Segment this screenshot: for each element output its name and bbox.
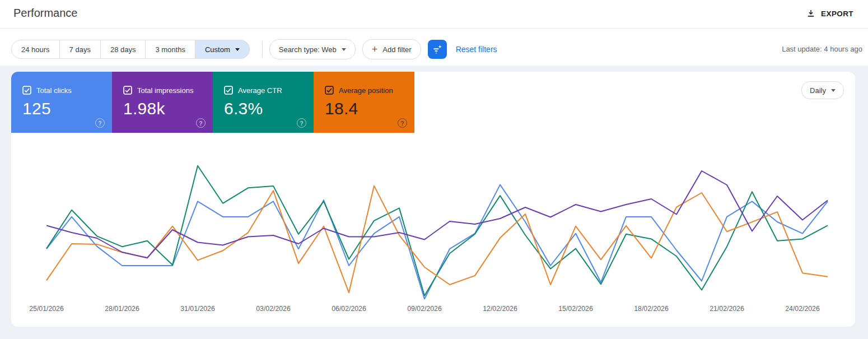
- metric-value: 125: [11, 95, 112, 118]
- toolbar-divider: [262, 41, 263, 58]
- download-icon: [806, 8, 816, 18]
- x-axis-label: 25/01/2026: [29, 305, 64, 313]
- help-icon[interactable]: ?: [95, 118, 105, 128]
- date-range-3-months[interactable]: 3 months: [146, 40, 195, 59]
- chevron-down-icon: [342, 48, 346, 51]
- help-icon[interactable]: ?: [398, 118, 407, 128]
- filter-sparkle-icon: [432, 44, 443, 55]
- performance-report-card: Total clicks 125 ? Total impressions 1.9…: [11, 72, 855, 327]
- search-type-dropdown[interactable]: Search type: Web: [269, 39, 356, 59]
- date-range-28-days[interactable]: 28 days: [101, 40, 146, 59]
- metric-card-total-impressions[interactable]: Total impressions 1.98k ?: [112, 72, 213, 133]
- granularity-dropdown[interactable]: Daily: [801, 81, 844, 99]
- header-divider: [0, 28, 868, 29]
- metric-value: 6.3%: [213, 95, 314, 118]
- page-header: Performance EXPORT 24 hours 7 days 28 da…: [0, 0, 868, 66]
- x-axis-label: 03/02/2026: [256, 305, 291, 313]
- date-range-segmented-control: 24 hours 7 days 28 days 3 months Custom: [11, 40, 250, 59]
- x-axis-label: 31/01/2026: [180, 305, 215, 313]
- date-range-custom[interactable]: Custom: [195, 40, 250, 59]
- checked-checkbox-icon[interactable]: [325, 86, 334, 95]
- reset-filters-link[interactable]: Reset filters: [456, 45, 497, 54]
- checked-checkbox-icon[interactable]: [22, 86, 31, 95]
- performance-chart[interactable]: 25/01/202628/01/202631/01/202603/02/2026…: [11, 133, 855, 327]
- search-console-performance-page: { "header": { "title": "Performance", "e…: [0, 0, 868, 339]
- filter-presets-button[interactable]: [428, 40, 447, 59]
- export-label: EXPORT: [821, 10, 853, 18]
- page-title: Performance: [13, 7, 78, 20]
- x-axis-label: 21/02/2026: [710, 305, 744, 313]
- metric-card-average-position[interactable]: Average position 18.4 ?: [314, 72, 414, 133]
- help-icon[interactable]: ?: [196, 118, 206, 128]
- metric-value: 18.4: [314, 95, 414, 118]
- chevron-down-icon: [235, 48, 240, 51]
- filter-toolbar: 24 hours 7 days 28 days 3 months Custom …: [11, 39, 497, 59]
- x-axis-label: 12/02/2026: [483, 305, 517, 313]
- metric-value: 1.98k: [112, 95, 213, 118]
- date-range-custom-label: Custom: [205, 45, 230, 54]
- x-axis-label: 24/02/2026: [785, 305, 820, 313]
- checked-checkbox-icon[interactable]: [123, 86, 132, 95]
- metric-label: Total impressions: [137, 86, 193, 95]
- x-axis-label: 28/01/2026: [105, 305, 139, 313]
- clicks-line: [46, 185, 828, 299]
- last-update-text: Last update: 4 hours ago: [782, 45, 862, 53]
- metric-label: Average position: [339, 86, 393, 95]
- help-icon[interactable]: ?: [297, 118, 306, 128]
- metric-label: Average CTR: [238, 86, 282, 95]
- checked-checkbox-icon[interactable]: [224, 86, 233, 95]
- export-button[interactable]: EXPORT: [802, 6, 857, 21]
- x-axis-label: 15/02/2026: [558, 305, 593, 313]
- date-range-24-hours[interactable]: 24 hours: [11, 40, 60, 59]
- x-axis-label: 06/02/2026: [332, 305, 366, 313]
- x-axis-label: 18/02/2026: [634, 305, 669, 313]
- metric-card-average-ctr[interactable]: Average CTR 6.3% ?: [213, 72, 314, 133]
- add-filter-button[interactable]: + Add filter: [362, 39, 421, 59]
- plus-icon: +: [372, 44, 378, 54]
- metric-card-total-clicks[interactable]: Total clicks 125 ?: [11, 72, 112, 133]
- x-axis-label: 09/02/2026: [407, 305, 442, 313]
- metric-label: Total clicks: [36, 86, 72, 95]
- search-type-label: Search type: Web: [279, 45, 337, 54]
- metric-cards-row: Total clicks 125 ? Total impressions 1.9…: [11, 72, 855, 133]
- performance-chart-svg[interactable]: 25/01/202628/01/202631/01/202603/02/2026…: [11, 133, 855, 327]
- impressions-line: [46, 171, 828, 258]
- date-range-7-days[interactable]: 7 days: [60, 40, 101, 59]
- chevron-down-icon: [831, 89, 836, 92]
- add-filter-label: Add filter: [382, 45, 411, 54]
- granularity-label: Daily: [810, 86, 826, 95]
